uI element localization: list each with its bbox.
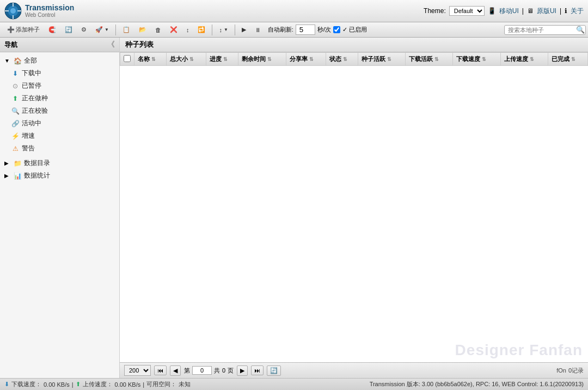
sidebar-all-label: 全部 bbox=[24, 56, 37, 65]
speed-button[interactable]: 🚀 ▼ bbox=[91, 25, 113, 35]
move-button[interactable]: ↕ bbox=[182, 25, 193, 35]
done-sort-icon: ⇅ bbox=[571, 57, 575, 62]
sidebar-item-all[interactable]: ▼ 🏠 全部 bbox=[0, 54, 119, 67]
open-folder-button[interactable]: 📂 bbox=[135, 25, 150, 35]
pagination-bar: 200 50 100 500 ⏮ ◀ 第 共 0 页 ▶ ⏭ 🔄 bbox=[120, 362, 588, 378]
status-bar: ⬇ 下载速度： 0.00 KB/s | ⬆ 上传速度： 0.00 KB/s | … bbox=[0, 378, 588, 390]
th-down-speed[interactable]: 下载速度 ⇅ bbox=[453, 53, 500, 66]
sort-button[interactable]: ↕ ▼ bbox=[215, 25, 231, 35]
logo-text: Transmission Web Control bbox=[25, 3, 74, 19]
search-area: 🔍 bbox=[504, 25, 585, 35]
sidebar-seeding-label: 正在做种 bbox=[22, 94, 48, 103]
space-label: 可用空间： bbox=[146, 380, 176, 388]
th-name[interactable]: 名称 ⇅ bbox=[134, 53, 167, 66]
sidebar-header: 导航 《 bbox=[0, 38, 119, 52]
search-input[interactable] bbox=[504, 25, 586, 35]
sidebar-item-warning[interactable]: ⚠ 警告 bbox=[0, 142, 119, 155]
per-page-select[interactable]: 200 50 100 500 bbox=[124, 365, 151, 376]
th-ratio[interactable]: 分享率 ⇅ bbox=[286, 53, 326, 66]
th-remaining[interactable]: 剩余时间 ⇅ bbox=[238, 53, 286, 66]
th-progress[interactable]: 进度 ⇅ bbox=[206, 53, 238, 66]
sidebar-tree: ▼ 🏠 全部 ⬇ 下载中 ⊙ 已暂停 ⬆ 正在做种 � bbox=[0, 52, 119, 184]
status-separator1: | bbox=[72, 381, 74, 388]
sidebar-item-queued[interactable]: ⊙ 已暂停 bbox=[0, 80, 119, 92]
pagination-fon-label: fOn bbox=[556, 367, 566, 374]
search-icon: 🔍 bbox=[576, 26, 585, 34]
th-peers[interactable]: 下载活跃 ⇅ bbox=[405, 53, 452, 66]
toolbar-separator-2 bbox=[212, 25, 212, 35]
refresh-button[interactable]: 🔄 bbox=[61, 25, 76, 35]
current-page-input[interactable] bbox=[192, 366, 212, 375]
magnet-button[interactable]: 🧲 bbox=[45, 25, 60, 35]
pause-button[interactable]: ⏸ bbox=[251, 25, 265, 35]
top-bar: Transmission Web Control Theme: Default … bbox=[0, 0, 588, 22]
recheck-button[interactable]: 🔁 bbox=[194, 25, 209, 35]
auto-refresh-input[interactable] bbox=[296, 25, 315, 35]
th-status[interactable]: 状态 ⇅ bbox=[326, 53, 358, 66]
add-torrent-button[interactable]: ➕ 添加种子 bbox=[3, 24, 44, 35]
total-pages-value: 0 bbox=[222, 367, 225, 374]
sort-dropdown-arrow: ▼ bbox=[224, 27, 228, 32]
sidebar-title: 导航 bbox=[4, 40, 17, 50]
settings-button[interactable]: ⚙ bbox=[77, 25, 90, 35]
add-torrent-icon: ➕ bbox=[7, 26, 15, 33]
speed-icon: 🚀 bbox=[95, 26, 103, 33]
original-ui-icon: 🖥 bbox=[527, 7, 534, 15]
th-checkbox[interactable] bbox=[120, 53, 134, 66]
delete-button[interactable]: ❌ bbox=[166, 25, 181, 35]
sidebar-item-boost[interactable]: ⚡ 增速 bbox=[0, 130, 119, 142]
sidebar-item-active[interactable]: 🔗 活动中 bbox=[0, 117, 119, 130]
original-ui-link[interactable]: 原版UI bbox=[537, 7, 556, 16]
auto-refresh-area: 自动刷新: 秒/次 ✓ 已启用 bbox=[268, 25, 367, 35]
app-logo-icon bbox=[4, 2, 22, 20]
current-page-label: 第 bbox=[184, 367, 190, 375]
torrent-table-container[interactable]: 名称 ⇅ 总大小 ⇅ 进度 ⇅ 剩余时间 ⇅ 分享率 ⇅ 状态 ⇅ 种子活跃 ⇅… bbox=[120, 52, 588, 362]
pagination-refresh-button[interactable]: 🔄 bbox=[267, 365, 281, 376]
mobile-ui-link[interactable]: 移动UI bbox=[499, 7, 519, 16]
sidebar-item-downloading[interactable]: ⬇ 下载中 bbox=[0, 67, 119, 80]
props-icon: 📋 bbox=[122, 26, 130, 33]
queued-icon: ⊙ bbox=[11, 82, 20, 90]
up-speed-sort-icon: ⇅ bbox=[530, 57, 534, 62]
progress-sort-icon: ⇅ bbox=[223, 57, 228, 62]
upload-speed-value: 0.00 KB/s bbox=[115, 381, 141, 388]
page-info: 第 共 0 页 bbox=[184, 366, 234, 375]
sidebar-item-seeding[interactable]: ⬆ 正在做种 bbox=[0, 92, 119, 105]
seeds-sort-icon: ⇅ bbox=[387, 57, 391, 62]
next-page-button[interactable]: ▶ bbox=[237, 365, 248, 376]
gear-icon: ⚙ bbox=[81, 26, 87, 33]
upload-speed-label: 上传速度： bbox=[83, 380, 113, 388]
torrent-props-button[interactable]: 📋 bbox=[119, 25, 134, 35]
separator2-icon: | bbox=[560, 7, 561, 15]
sidebar-datastats-label: 数据统计 bbox=[24, 171, 50, 180]
app-title: Transmission bbox=[25, 3, 74, 13]
th-seeds[interactable]: 种子活跃 ⇅ bbox=[358, 53, 405, 66]
pause-icon: ⏸ bbox=[255, 27, 261, 33]
th-size[interactable]: 总大小 ⇅ bbox=[167, 53, 206, 66]
theme-select[interactable]: Default Dark Light bbox=[449, 6, 485, 16]
sidebar-checking-label: 正在校验 bbox=[22, 106, 48, 115]
sidebar-collapse-button[interactable]: 《 bbox=[107, 40, 115, 50]
last-page-button[interactable]: ⏭ bbox=[251, 365, 264, 375]
size-sort-icon: ⇅ bbox=[189, 57, 194, 62]
about-link[interactable]: 关于 bbox=[571, 7, 584, 16]
datadir-expander-icon: ▶ bbox=[4, 160, 11, 166]
boost-icon: ⚡ bbox=[11, 132, 20, 140]
prev-page-button[interactable]: ◀ bbox=[170, 365, 181, 376]
version-info: Transmission 版本: 3.00 (bb6b5a062e), RPC:… bbox=[370, 380, 584, 388]
sidebar-item-datastats[interactable]: ▶ 📊 数据统计 bbox=[0, 169, 119, 182]
down-speed-sort-icon: ⇅ bbox=[482, 57, 486, 62]
sidebar-item-datadir[interactable]: ▶ 📁 数据目录 bbox=[0, 157, 119, 169]
remove-button[interactable]: 🗑 bbox=[151, 25, 165, 35]
active-icon: 🔗 bbox=[11, 120, 20, 127]
auto-refresh-checkbox[interactable] bbox=[333, 26, 340, 33]
toolbar-separator-1 bbox=[115, 25, 116, 35]
sidebar-item-checking[interactable]: 🔍 正在校验 bbox=[0, 105, 119, 117]
start-button[interactable]: ▶ bbox=[238, 25, 250, 35]
about-icon: ℹ bbox=[565, 7, 567, 15]
th-done[interactable]: 已完成 ⇅ bbox=[548, 53, 587, 66]
select-all-checkbox[interactable] bbox=[124, 55, 131, 62]
mobile-ui-icon: 📱 bbox=[488, 7, 496, 15]
first-page-button[interactable]: ⏮ bbox=[154, 365, 167, 375]
th-up-speed[interactable]: 上传速度 ⇅ bbox=[500, 53, 548, 66]
